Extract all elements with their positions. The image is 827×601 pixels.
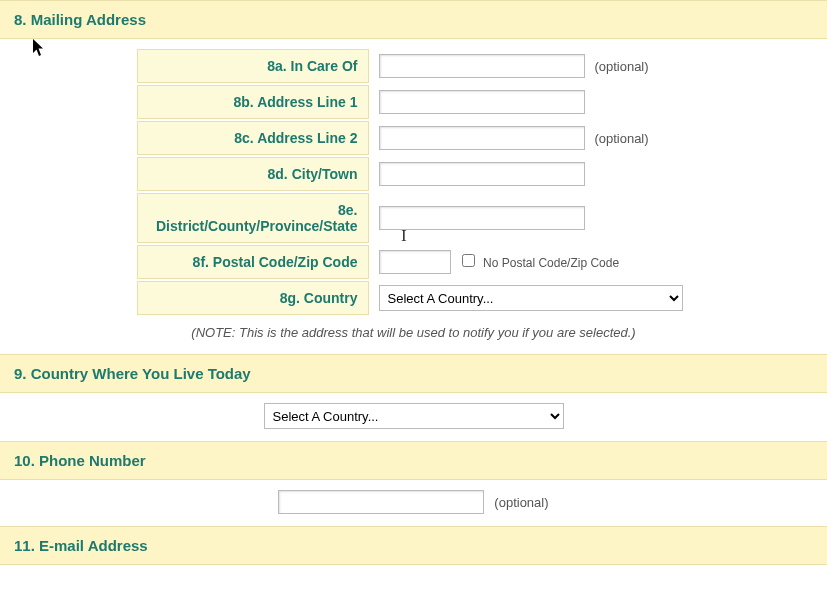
section-11-title: 11. E-mail Address (14, 537, 148, 554)
care-of-optional: (optional) (588, 59, 648, 74)
care-of-input[interactable] (379, 54, 585, 78)
section-8-header: 8. Mailing Address (0, 0, 827, 39)
addr2-optional: (optional) (588, 131, 648, 146)
mailing-address-table: 8a. In Care Of (optional) 8b. Address Li… (135, 47, 693, 317)
label-care-of: 8a. In Care Of (137, 49, 369, 83)
label-district: 8e. District/County/Province/State (137, 193, 369, 243)
live-country-select[interactable]: Select A Country... (264, 403, 564, 429)
section-8-title: 8. Mailing Address (14, 11, 146, 28)
section-10-title: 10. Phone Number (14, 452, 146, 469)
label-addr2: 8c. Address Line 2 (137, 121, 369, 155)
no-postal-checkbox[interactable] (462, 254, 475, 267)
label-country: 8g. Country (137, 281, 369, 315)
section-11-header: 11. E-mail Address (0, 526, 827, 565)
label-city: 8d. City/Town (137, 157, 369, 191)
section-10-header: 10. Phone Number (0, 441, 827, 480)
postal-code-input[interactable] (379, 250, 451, 274)
label-addr1: 8b. Address Line 1 (137, 85, 369, 119)
mailing-note: (NOTE: This is the address that will be … (0, 317, 827, 346)
city-input[interactable] (379, 162, 585, 186)
section-9-body: Select A Country... (0, 393, 827, 441)
section-8-body: 8a. In Care Of (optional) 8b. Address Li… (0, 39, 827, 354)
no-postal-label: No Postal Code/Zip Code (479, 256, 619, 270)
country-select[interactable]: Select A Country... (379, 285, 683, 311)
label-postal: 8f. Postal Code/Zip Code (137, 245, 369, 279)
address-line-2-input[interactable] (379, 126, 585, 150)
section-10-body: (optional) (0, 480, 827, 526)
section-9-header: 9. Country Where You Live Today (0, 354, 827, 393)
district-input[interactable] (379, 206, 585, 230)
address-line-1-input[interactable] (379, 90, 585, 114)
phone-optional: (optional) (488, 495, 548, 510)
section-9-title: 9. Country Where You Live Today (14, 365, 251, 382)
phone-input[interactable] (278, 490, 484, 514)
